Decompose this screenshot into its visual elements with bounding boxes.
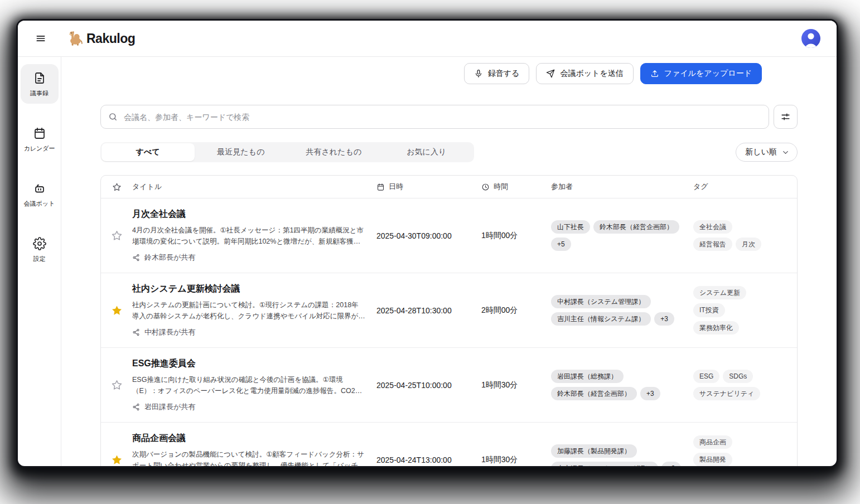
send-meeting-bot-button[interactable]: 会議ボットを送信 — [536, 63, 633, 84]
actions-row: 録音する 会議ボットを送信 ファイルをアップロード — [100, 63, 762, 84]
column-participants: 参加者 — [551, 182, 693, 192]
upload-file-button[interactable]: ファイルをアップロード — [640, 63, 762, 84]
table-header: タイトル 日時 時間 参加者 — [101, 176, 797, 198]
meeting-participants: 加藤課長（製品開発課）山本課長（マーケティング課）+3 — [551, 444, 693, 466]
favorite-star-button[interactable] — [109, 452, 125, 466]
participant-pill: 鈴木部長（経営企画部） — [593, 220, 679, 234]
user-avatar[interactable] — [801, 28, 821, 49]
meeting-tags: ESGSDGsサステナビリティ — [693, 370, 797, 400]
column-duration: 時間 — [481, 182, 551, 192]
meeting-tags: システム更新IT投資業務効率化 — [693, 286, 797, 335]
column-title: タイトル — [132, 182, 376, 192]
tab-shared[interactable]: 共有されたもの — [287, 143, 380, 161]
filter-button[interactable] — [774, 105, 798, 129]
meeting-tags: 商品企画製品開発市場ニーズ — [693, 435, 797, 466]
meeting-datetime: 2025-04-24T13:00:00 — [376, 455, 481, 464]
meeting-title: 商品企画会議 — [132, 433, 365, 444]
meeting-duration: 2時間00分 — [481, 306, 551, 316]
participant-pill: +5 — [551, 238, 571, 251]
meeting-row[interactable]: 社内システム更新検討会議 社内システムの更新計画について検討。①現行システムの課… — [101, 273, 797, 348]
meeting-shared-by: 中村課長が共有 — [132, 327, 365, 337]
tag-pill: ESG — [693, 370, 719, 383]
meeting-participants: 中村課長（システム管理課）吉川主任（情報システム課）+3 — [551, 295, 693, 326]
meeting-title: 社内システム更新検討会議 — [132, 283, 365, 295]
tag-pill: サステナビリティ — [693, 387, 760, 400]
meeting-duration: 1時間30分 — [481, 380, 551, 390]
participant-pill: +3 — [640, 387, 660, 400]
sidebar-item-settings[interactable]: 設定 — [21, 230, 59, 269]
meeting-shared-by: 岩田課長が共有 — [132, 402, 365, 412]
sidebar-label-minutes: 議事録 — [30, 89, 49, 98]
tab-all[interactable]: すべて — [102, 143, 195, 161]
meeting-participants: 山下社長鈴木部長（経営企画部）+5 — [551, 220, 693, 251]
meeting-row[interactable]: 商品企画会議 次期バージョンの製品機能について検討。①顧客フィードバック分析：サ… — [101, 423, 797, 466]
meeting-shared-by: 鈴木部長が共有 — [132, 253, 365, 263]
meeting-title: 月次全社会議 — [132, 209, 365, 220]
tabs-row: すべて 最近見たもの 共有されたもの お気に入り 新しい順 — [100, 142, 798, 162]
meeting-datetime: 2025-04-25T10:00:00 — [376, 381, 481, 390]
upload-file-label: ファイルをアップロード — [664, 69, 752, 79]
sort-dropdown[interactable]: 新しい順 — [736, 143, 798, 162]
robot-icon — [33, 182, 46, 195]
gear-icon — [33, 237, 46, 250]
meeting-row[interactable]: 月次全社会議 4月の月次全社会議を開催。①社長メッセージ：第1四半期の業績概況と… — [101, 198, 797, 273]
clock-icon — [481, 183, 490, 191]
participant-pill: 加藤課長（製品開発課） — [551, 444, 637, 458]
meeting-description: ESG推進に向けた取り組み状況の確認と今後の計画を協議。①環境（E）：オフィスの… — [132, 374, 365, 396]
share-icon — [132, 403, 140, 411]
search-row — [100, 105, 798, 129]
calendar-icon — [33, 127, 46, 140]
sidebar-label-settings: 設定 — [33, 255, 46, 263]
participant-pill: 岩田課長（総務課） — [551, 370, 624, 383]
meeting-row[interactable]: ESG推進委員会 ESG推進に向けた取り組み状況の確認と今後の計画を協議。①環境… — [101, 348, 797, 423]
tag-pill: IT投資 — [693, 303, 725, 317]
tab-favorites[interactable]: お気に入り — [380, 143, 474, 161]
share-icon — [132, 254, 140, 261]
tag-pill: システム更新 — [693, 286, 746, 299]
sidebar-item-calendar[interactable]: カレンダー — [21, 119, 59, 159]
meeting-description: 次期バージョンの製品機能について検討。①顧客フィードバック分析：サポート問い合わ… — [132, 449, 365, 466]
send-icon — [546, 69, 555, 78]
camel-logo-icon — [66, 29, 85, 48]
meeting-datetime: 2025-04-30T09:00:00 — [376, 231, 481, 240]
participant-pill: 吉川主任（情報システム課） — [551, 312, 651, 326]
meeting-duration: 1時間30分 — [481, 455, 551, 465]
tag-pill: 商品企画 — [693, 435, 732, 449]
participant-pill: +3 — [654, 312, 674, 326]
column-tags: タグ — [693, 182, 797, 192]
app-name: Rakulog — [86, 31, 135, 46]
column-star — [101, 182, 132, 192]
participant-pill: 鈴木部長（経営企画部） — [551, 387, 637, 400]
filter-tabs: すべて 最近見たもの 共有されたもの お気に入り — [100, 142, 474, 162]
favorite-star-button[interactable] — [109, 227, 125, 244]
meeting-duration: 1時間00分 — [481, 231, 551, 241]
meeting-participants: 岩田課長（総務課）鈴木部長（経営企画部）+3 — [551, 370, 693, 400]
sort-label: 新しい順 — [745, 147, 777, 157]
meeting-title: ESG推進委員会 — [132, 358, 365, 370]
top-bar: Rakulog — [18, 21, 837, 57]
record-button-label: 録音する — [488, 69, 520, 79]
favorite-star-button[interactable] — [109, 302, 125, 318]
participant-pill: 中村課長（システム管理課） — [551, 295, 651, 308]
tab-recently-viewed[interactable]: 最近見たもの — [195, 143, 288, 161]
column-datetime: 日時 — [376, 182, 481, 192]
hamburger-icon — [35, 33, 46, 44]
upload-icon — [650, 69, 659, 78]
sidebar-label-calendar: カレンダー — [23, 144, 55, 153]
search-input[interactable] — [100, 105, 769, 129]
meeting-datetime: 2025-04-28T10:30:00 — [376, 306, 481, 315]
star-outline-icon — [111, 379, 123, 391]
calendar-icon — [376, 183, 385, 191]
meeting-description: 4月の月次全社会議を開催。①社長メッセージ：第1四半期の業績概況と市場環境の変化… — [132, 225, 365, 247]
participant-pill: +3 — [661, 462, 682, 466]
sidebar: 議事録 カレンダー 会議ボット 設定 — [18, 57, 61, 466]
tag-pill: 全社会議 — [693, 220, 732, 234]
star-icon — [112, 182, 122, 192]
record-button[interactable]: 録音する — [464, 63, 530, 84]
hamburger-menu-button[interactable] — [30, 28, 51, 49]
favorite-star-button[interactable] — [109, 377, 125, 393]
sidebar-item-minutes[interactable]: 議事録 — [21, 64, 59, 104]
participant-pill: 山下社長 — [551, 220, 590, 234]
chevron-down-icon — [781, 148, 790, 157]
sidebar-item-meeting-bot[interactable]: 会議ボット — [21, 175, 59, 214]
